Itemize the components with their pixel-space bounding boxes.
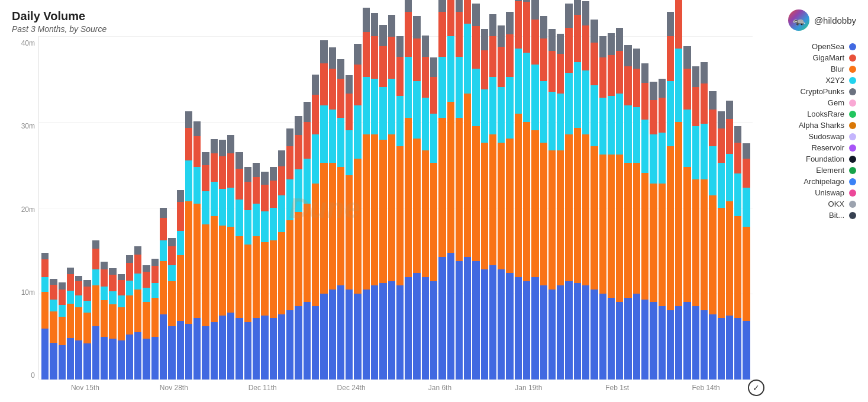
bar-segment	[540, 143, 547, 286]
bar-segment	[413, 16, 420, 39]
bar-segment	[354, 159, 361, 294]
bar-segment	[540, 38, 547, 81]
bar-segment	[168, 265, 175, 282]
bar-segment	[92, 240, 99, 249]
bar-segment	[675, 122, 682, 306]
bar-segment	[557, 54, 564, 93]
bar-segment	[438, 118, 446, 257]
bar-segment	[371, 13, 378, 36]
bar-segment	[608, 155, 615, 298]
bar-segment	[743, 188, 750, 227]
bar-segment	[160, 261, 167, 314]
bar-segment	[363, 8, 370, 32]
bar-segment	[422, 57, 429, 98]
bar-segment	[211, 182, 218, 216]
bar-group	[168, 36, 175, 380]
bar-segment	[185, 201, 192, 324]
bar-group	[659, 36, 666, 380]
bar-segment	[565, 4, 572, 28]
bar-stack	[379, 25, 386, 380]
legend-label: Element	[816, 166, 844, 175]
bar-segment	[151, 337, 159, 380]
bar-segment	[582, 285, 589, 380]
bar-segment	[379, 87, 386, 140]
bar-stack	[67, 268, 74, 380]
bar-segment	[261, 242, 268, 316]
bar-segment	[143, 302, 150, 339]
bar-segment	[379, 46, 386, 87]
bar-segment	[312, 306, 319, 380]
bar-segment	[270, 240, 277, 318]
bar-segment	[83, 343, 91, 380]
bar-stack	[278, 150, 285, 380]
bar-segment	[574, 283, 581, 380]
bar-segment	[388, 15, 395, 37]
bar-segment	[456, 12, 463, 57]
bar-group	[548, 36, 556, 380]
bar-segment	[134, 290, 141, 332]
legend-dot	[849, 66, 856, 73]
bar-segment	[151, 298, 159, 337]
bar-segment	[405, 0, 412, 12]
bar-segment	[456, 118, 463, 261]
bar-segment	[396, 96, 404, 147]
bar-group	[540, 36, 547, 380]
bar-group	[472, 36, 479, 380]
bar-segment	[193, 167, 201, 204]
bar-segment	[734, 318, 741, 380]
bar-segment	[667, 146, 674, 310]
bar-group	[531, 36, 538, 380]
bar-segment	[718, 128, 725, 163]
bar-segment	[582, 134, 589, 285]
bar-segment	[286, 146, 293, 179]
bar-segment	[531, 0, 538, 20]
bar-segment	[464, 257, 471, 380]
bar-stack	[312, 75, 319, 380]
bar-segment	[498, 87, 505, 143]
legend-label: Uniswap	[815, 188, 844, 197]
bar-segment	[641, 300, 648, 380]
bar-stack	[83, 280, 91, 380]
bar-segment	[582, 1, 589, 25]
bar-stack	[329, 47, 336, 380]
bar-segment	[219, 316, 226, 380]
bar-segment	[329, 110, 336, 163]
bar-segment	[160, 240, 167, 261]
bar-stack	[591, 20, 598, 380]
bar-segment	[304, 159, 311, 204]
bar-stack	[633, 49, 640, 380]
bar-segment	[92, 269, 99, 286]
bar-segment	[235, 169, 243, 200]
bar-segment	[177, 321, 184, 380]
bar-segment	[270, 208, 277, 240]
bar-group	[83, 36, 91, 380]
bar-group	[464, 36, 471, 380]
bar-segment	[337, 167, 344, 285]
bar-segment	[659, 306, 666, 380]
bar-segment	[650, 100, 657, 134]
bar-segment	[701, 179, 708, 310]
bar-segment	[371, 36, 378, 79]
bar-segment	[650, 184, 657, 302]
bar-stack	[447, 0, 454, 380]
bar-segment	[41, 259, 49, 277]
bar-segment	[438, 12, 446, 57]
bar-stack	[320, 40, 327, 380]
bar-segment	[363, 77, 370, 134]
bar-segment	[489, 14, 496, 36]
bar-stack	[304, 101, 311, 380]
legend-item: CryptoPunks	[764, 87, 856, 96]
bar-segment	[346, 290, 353, 380]
bar-segment	[177, 190, 184, 202]
bar-segment	[489, 265, 496, 380]
bar-stack	[261, 172, 268, 380]
bar-segment	[692, 87, 699, 126]
legend-item: Alpha Sharks	[764, 121, 856, 130]
bars-and-grid: Dune	[38, 36, 753, 380]
bar-segment	[363, 290, 370, 380]
bar-segment	[523, 2, 530, 53]
bar-group	[633, 36, 640, 380]
bar-group	[41, 36, 49, 380]
bar-segment	[278, 195, 285, 232]
bar-segment	[193, 204, 201, 318]
